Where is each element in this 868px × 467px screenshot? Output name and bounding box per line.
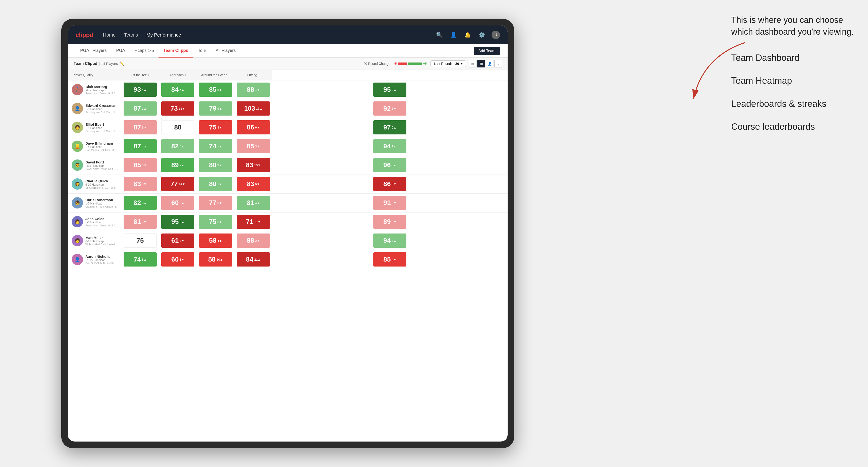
metric-value: 88 [247,86,254,93]
sub-nav-pgat[interactable]: PGAT Players [75,44,111,58]
sub-nav-teamclippd[interactable]: Team Clippd [158,44,193,58]
player-name[interactable]: David Ford [85,160,118,164]
metric-value: 88 [174,124,181,131]
add-team-button[interactable]: Add Team [474,47,500,55]
bell-icon[interactable]: 🔔 [463,31,472,39]
table-row[interactable]: 👩Josh Coles1-5 HandicapRoyal North Devon… [68,212,507,231]
metric-value: 88 [247,237,254,244]
metric-change: 8▲ [180,220,184,224]
metric-box: 833▼ [124,177,157,191]
avatar: 🏌️ [72,84,83,95]
metric-change: 1▲ [217,145,222,148]
metric-cell-3: 882▼ [235,231,272,250]
metric-cell-0: 853▼ [121,156,159,175]
metric-change: 3▼ [255,145,260,148]
metric-value: 79 [209,105,216,112]
search-icon[interactable]: 🔍 [435,31,443,39]
download-button[interactable]: ↓ [494,60,502,67]
metric-cell-1: 7714▼ [159,175,197,193]
sub-nav-allplayers[interactable]: All Players [211,44,240,58]
metric-change: 3▼ [180,239,184,243]
metric-value: 84 [246,256,253,263]
metric-cell-4: 913▼ [272,193,507,212]
table-row[interactable]: 👤Aaron Nicholls11-15 HandicapDrift Golf … [68,250,507,269]
metric-change: 6▲ [180,88,184,92]
table-row[interactable]: 🧑Matt Miller6-10 HandicapWoburn Golf Clu… [68,231,507,250]
metric-cell-1: 601▼ [159,250,197,269]
avatar: 👤 [72,254,83,265]
nav-item-home[interactable]: Home [103,32,116,38]
metric-box: 868▼ [373,177,406,191]
metric-cell-2: 741▲ [197,137,235,156]
table-view-button[interactable]: ▦ [477,60,485,67]
table-header-row: Player Quality ↓ Off the Tee ↓ Approach … [68,70,507,80]
metric-change: 3▼ [142,126,147,129]
metric-change: 4▼ [392,258,397,261]
round-pos: +5 [423,62,427,65]
round-bar-red [398,63,407,65]
metric-box: 958▲ [161,215,194,229]
metric-box: 871▲ [124,101,157,116]
user-icon[interactable]: 👤 [449,31,458,39]
player-club: Drift Golf Club, United Kingdom [85,262,118,264]
metric-cell-0: 874▲ [121,137,159,156]
player-name[interactable]: Matt Miller [85,236,118,240]
metric-box: 803▲ [199,158,232,172]
sub-nav-hcaps[interactable]: Hcaps 1-5 [130,44,158,58]
metric-box: 748▲ [124,252,157,267]
annotation-item-4: Course leaderboards [731,121,854,132]
metric-change: 1▼ [255,88,260,92]
metric-value: 81 [133,218,141,225]
sub-nav-pga[interactable]: PGA [111,44,130,58]
metric-change: 3▲ [392,239,397,243]
metric-change: 2▼ [255,239,260,243]
player-name[interactable]: Blair McHarg [85,85,118,89]
metric-box: 10315▲ [237,101,270,116]
metric-cell-1: 846▲ [159,80,197,99]
metric-change: 1▲ [217,182,222,186]
player-handicap: 1-5 Handicap [85,126,118,130]
player-name[interactable]: Dave Billingham [85,141,118,145]
metric-box: 882▼ [237,234,270,248]
player-name[interactable]: Aaron Nicholls [85,254,118,258]
avatar[interactable]: U [492,31,500,39]
metric-change: 8▼ [392,182,397,186]
metric-cell-0: 823▲ [121,193,159,212]
person-view-button[interactable]: 👤 [486,60,493,67]
metric-box: 814▲ [237,196,270,210]
player-name[interactable]: Charlie Quick [85,179,118,183]
metric-change: 3▼ [142,220,147,224]
table-row[interactable]: 🧑Elliot Ebert1-5 HandicapSunningdale Gol… [68,118,507,137]
table-row[interactable]: 🧔Charlie Quick6-10 HandicapSt. George's … [68,175,507,193]
metric-value: 96 [383,161,391,169]
table-row[interactable]: 👤Edward Crossman1-5 HandicapSunningdale … [68,99,507,118]
round-change-label: 20 Round Change [364,62,390,66]
settings-icon[interactable]: ⚙️ [477,31,486,39]
table-row[interactable]: 👦Chris Robertson1-5 HandicapCraigmillar … [68,193,507,212]
last-rounds-button[interactable]: Last Rounds: 20 ▾ [431,60,466,67]
metric-value: 81 [247,199,254,207]
player-handicap: 11-15 Handicap [85,258,118,262]
metric-change: 6▼ [255,182,260,186]
table-row[interactable]: 🏌️Blair McHargPlus HandicapRoyal North D… [68,80,507,99]
player-cell: 🧔Charlie Quick6-10 HandicapSt. George's … [68,175,121,193]
table-row[interactable]: 👨David FordPlus HandicapRoyal North Devo… [68,156,507,175]
table-row[interactable]: 👱Dave Billingham1-5 HandicapGog Magog Go… [68,137,507,156]
metric-value: 85 [383,256,391,263]
metric-change: 6▼ [255,126,260,129]
metric-cell-3: 8421▲ [235,250,272,269]
metric-box: 5810▲ [199,252,232,267]
grid-view-button[interactable]: ⊞ [469,60,476,67]
nav-item-teams[interactable]: Teams [124,32,138,38]
metric-change: 3▼ [217,126,222,129]
player-name[interactable]: Elliot Ebert [85,122,118,126]
player-name[interactable]: Edward Crossman [85,103,118,107]
nav-item-myperformance[interactable]: My Performance [147,32,181,38]
metric-cell-2: 584▲ [197,231,235,250]
metric-change: 5▲ [392,126,397,129]
sub-nav-tour[interactable]: Tour [193,44,211,58]
edit-icon[interactable]: ✏️ [119,61,124,66]
player-name[interactable]: Josh Coles [85,217,118,221]
player-name[interactable]: Chris Robertson [85,198,118,202]
metric-value: 83 [246,161,253,169]
